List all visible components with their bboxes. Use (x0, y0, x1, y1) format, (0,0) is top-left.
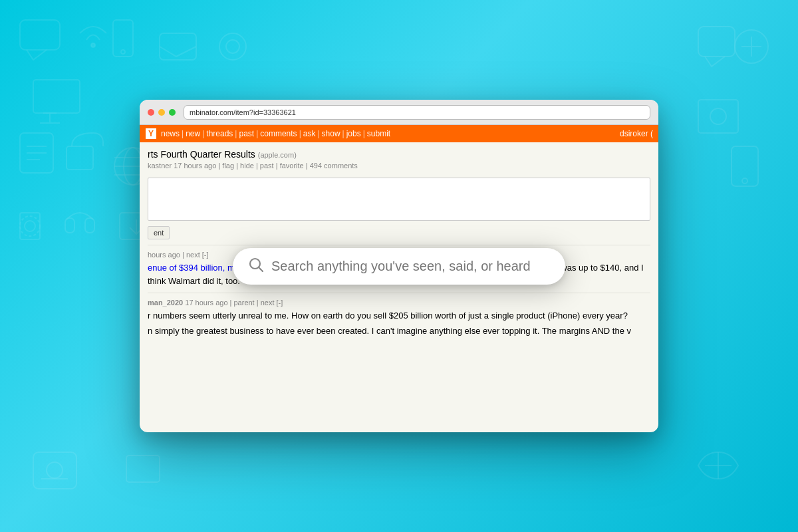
svg-point-6 (219, 33, 246, 60)
svg-rect-21 (65, 218, 74, 233)
comment-box[interactable] (148, 178, 650, 221)
url-bar[interactable]: mbinator.com/item?id=33363621 (184, 105, 650, 120)
svg-point-1 (91, 43, 95, 47)
nav-past[interactable]: past (239, 129, 254, 138)
comment-2-text: r numbers seem utterly unreal to me. How… (148, 309, 650, 323)
comment-2-line1: r numbers seem utterly unreal to me. How… (148, 311, 628, 321)
search-input[interactable] (271, 259, 549, 274)
search-icon (249, 257, 263, 275)
comment-2-line2: n simply the greatest business to have e… (148, 326, 631, 336)
nav-show[interactable]: show (322, 129, 340, 138)
story-title: rts Fourth Quarter Results (apple.com) (148, 149, 650, 160)
nav-ask[interactable]: ask (303, 129, 316, 138)
search-bar[interactable] (233, 248, 565, 285)
svg-point-33 (710, 108, 726, 124)
hn-logo: Y (145, 128, 157, 140)
comment-2-meta: man_2020 17 hours ago | parent | next [-… (148, 299, 650, 307)
comment-2: man_2020 17 hours ago | parent | next [-… (148, 299, 650, 337)
svg-rect-30 (698, 27, 735, 57)
svg-point-35 (742, 178, 747, 184)
svg-point-4 (121, 50, 125, 54)
story-flag[interactable]: flag (222, 162, 234, 170)
nav-links: news | new | threads | past | comments |… (161, 129, 620, 138)
hn-content: rts Fourth Quarter Results (apple.com) k… (140, 142, 658, 346)
svg-rect-12 (66, 146, 93, 170)
svg-point-7 (226, 40, 239, 53)
hn-navbar: Y news | new | threads | past | comments… (140, 125, 658, 142)
svg-rect-38 (126, 456, 160, 482)
story-author[interactable]: kastner (148, 162, 172, 170)
comment-2-text2: n simply the greatest business to have e… (148, 325, 650, 338)
divider-2 (148, 293, 650, 293)
story-comments[interactable]: 494 comments (310, 162, 358, 170)
add-comment-button[interactable]: ent (148, 226, 170, 239)
browser-window: mbinator.com/item?id=33363621 Y news | n… (140, 100, 658, 432)
nav-jobs[interactable]: jobs (346, 129, 361, 138)
story-meta: kastner 17 hours ago | flag | hide | pas… (148, 162, 650, 170)
window-controls (148, 109, 176, 116)
svg-point-19 (25, 221, 35, 231)
svg-rect-2 (33, 80, 80, 113)
story-hide[interactable]: hide (240, 162, 254, 170)
story-favorite[interactable]: favorite (280, 162, 304, 170)
story-domain: (apple.com) (258, 151, 297, 159)
nav-new[interactable]: new (186, 129, 200, 138)
divider (148, 245, 650, 245)
url-text: mbinator.com/item?id=33363621 (190, 108, 296, 116)
comment-1-time: hours ago (148, 251, 180, 259)
story-time: 17 hours ago (174, 162, 216, 170)
comment-2-parent[interactable]: parent (233, 299, 254, 307)
nav-user[interactable]: dsiroker ( (620, 129, 653, 138)
svg-rect-3 (113, 20, 133, 57)
svg-rect-34 (732, 146, 758, 186)
button-area: ent (148, 226, 650, 239)
nav-comments[interactable]: comments (260, 129, 297, 138)
svg-line-42 (259, 267, 263, 271)
svg-rect-22 (85, 218, 94, 233)
comment-1-next[interactable]: next (186, 251, 200, 259)
svg-rect-36 (33, 452, 76, 489)
nav-threads[interactable]: threads (206, 129, 233, 138)
comment-1-collapse[interactable]: [-] (202, 251, 209, 259)
maximize-button[interactable] (169, 109, 176, 116)
comment-2-time: 17 hours ago (185, 299, 227, 307)
svg-rect-32 (698, 100, 738, 133)
svg-rect-0 (20, 20, 60, 50)
comment-2-author[interactable]: man_2020 (148, 299, 183, 307)
story-past[interactable]: past (260, 162, 274, 170)
svg-point-37 (47, 462, 63, 478)
browser-chrome: mbinator.com/item?id=33363621 (140, 100, 658, 125)
svg-point-20 (20, 216, 40, 236)
nav-submit[interactable]: submit (367, 129, 390, 138)
comment-2-collapse[interactable]: [-] (277, 299, 283, 307)
nav-news[interactable]: news (161, 129, 180, 138)
close-button[interactable] (148, 109, 154, 116)
comment-2-next[interactable]: next (261, 299, 275, 307)
minimize-button[interactable] (158, 109, 165, 116)
